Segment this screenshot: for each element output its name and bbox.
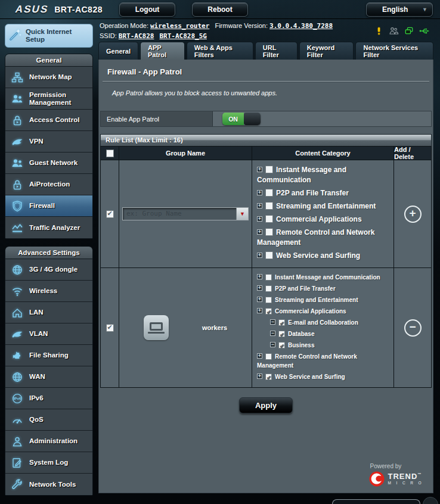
category-checkbox[interactable] xyxy=(265,274,272,281)
expand-icon[interactable] xyxy=(257,253,262,258)
tab-general[interactable]: General xyxy=(98,42,138,60)
row-checkbox[interactable] xyxy=(106,324,114,332)
category-checkbox[interactable] xyxy=(265,374,272,380)
category-checkbox[interactable] xyxy=(265,228,273,236)
ssid-link-24g[interactable]: BRT-AC828 xyxy=(119,32,154,40)
main-area: Operation Mode: wireless_router Firmware… xyxy=(93,19,440,503)
sidebar-item-network-tools[interactable]: Network Tools xyxy=(5,474,92,495)
category-checkbox[interactable] xyxy=(265,285,272,292)
ipv6-icon: IPv6 xyxy=(9,393,25,405)
sidebar-item-network-map[interactable]: Network Map xyxy=(5,67,92,88)
expand-icon[interactable] xyxy=(257,274,262,279)
tab-web-apps-filters[interactable]: Web & Apps Filters xyxy=(187,42,253,60)
category-item: Remote Control and Network Management xyxy=(257,352,390,370)
wrench-icon xyxy=(9,478,25,490)
expand-icon[interactable] xyxy=(257,374,262,379)
firewall-shield-icon xyxy=(9,200,25,212)
category-checkbox[interactable] xyxy=(265,189,273,197)
apply-button[interactable]: Apply xyxy=(239,397,293,413)
sidebar-item-guest-network[interactable]: Guest Network xyxy=(5,153,92,174)
category-checkbox[interactable] xyxy=(265,202,273,210)
reboot-button[interactable]: Reboot xyxy=(192,2,248,17)
svg-text:IPv6: IPv6 xyxy=(13,396,21,400)
operation-mode-label: Operation Mode: xyxy=(100,22,148,29)
sidebar-item-access-control[interactable]: Access Control xyxy=(5,110,92,131)
table-row-workers-group: workers xyxy=(119,268,252,387)
sidebar-item-aiprotection[interactable]: AiProtection xyxy=(5,174,92,195)
expand-icon[interactable] xyxy=(257,353,262,359)
firmware-version-link[interactable]: 3.0.0.4.380_7288 xyxy=(269,22,333,30)
operation-mode-link[interactable]: wireless_router xyxy=(150,22,209,30)
sidebar-item-wireless[interactable]: Wireless xyxy=(5,281,92,302)
devices-icon[interactable] xyxy=(404,26,414,36)
category-checkbox[interactable] xyxy=(278,319,285,326)
logout-button[interactable]: Logout xyxy=(119,2,175,17)
category-checkbox[interactable] xyxy=(265,251,273,259)
sidebar-item-vlan[interactable]: VLAN xyxy=(5,323,92,345)
dropdown-arrow-icon[interactable] xyxy=(236,208,248,220)
sidebar-item-wan[interactable]: WAN xyxy=(5,366,92,388)
tab-keyword-filter[interactable]: Keyword Filter xyxy=(299,42,354,60)
category-checkbox[interactable] xyxy=(265,353,272,360)
asus-logo: ASUS xyxy=(14,4,50,15)
collapse-icon[interactable] xyxy=(270,319,275,325)
expand-icon[interactable] xyxy=(257,190,262,195)
column-header-group-name: Group Name xyxy=(119,147,252,160)
sidebar-item-system-log[interactable]: System Log xyxy=(5,452,92,474)
tab-network-services-filter[interactable]: Network Services Filter xyxy=(355,42,433,60)
filter-tabs: General APP Patrol Web & Apps Filters UR… xyxy=(98,42,433,60)
delete-rule-button[interactable] xyxy=(404,319,422,337)
category-checkbox[interactable] xyxy=(265,166,273,173)
category-subitem: Database xyxy=(270,329,390,338)
tab-app-patrol[interactable]: APP Patrol xyxy=(140,42,185,60)
expand-icon[interactable] xyxy=(257,167,262,172)
sidebar-item-3g4g-dongle[interactable]: 3G / 4G dongle xyxy=(5,259,92,281)
table-row-workers-categories: Instant Message and Communication P2P an… xyxy=(252,268,393,387)
add-rule-button[interactable] xyxy=(404,206,422,223)
table-row-new-select xyxy=(101,160,119,267)
language-dropdown[interactable]: English ▼ xyxy=(366,2,433,17)
usb-icon[interactable] xyxy=(419,26,430,36)
category-checkbox[interactable] xyxy=(265,297,272,303)
aiprotection-icon xyxy=(9,179,25,191)
ssid-line: SSID: BRT-AC828 BRT-AC828_5G xyxy=(100,31,333,41)
log-document-icon xyxy=(9,457,25,469)
sidebar-item-firewall[interactable]: Firewall xyxy=(5,195,92,217)
collapse-icon[interactable] xyxy=(270,342,275,347)
category-checkbox[interactable] xyxy=(278,342,285,349)
quick-internet-setup-label: Quick Internet Setup xyxy=(26,28,89,43)
clients-icon[interactable] xyxy=(389,26,399,36)
group-name-input[interactable]: ex: Group Name xyxy=(122,207,249,220)
laptop-icon xyxy=(144,315,169,340)
expand-icon[interactable] xyxy=(257,203,262,209)
sidebar-item-vpn[interactable]: VPN xyxy=(5,131,92,153)
expand-icon[interactable] xyxy=(257,216,262,222)
sidebar-item-permission-management[interactable]: Permission Management xyxy=(5,88,92,110)
category-checkbox[interactable] xyxy=(265,215,273,223)
sidebar-item-lan[interactable]: LAN xyxy=(5,302,92,323)
sidebar-item-traffic-analyzer[interactable]: Traffic Analyzer xyxy=(5,217,92,238)
sidebar-item-qos[interactable]: QoS xyxy=(5,409,92,431)
sidebar-item-file-sharing[interactable]: File Sharing xyxy=(5,345,92,366)
select-all-checkbox[interactable] xyxy=(106,150,114,157)
quick-internet-setup-button[interactable]: Quick Internet Setup xyxy=(5,24,93,48)
category-item: P2P and File Transfer xyxy=(257,188,390,198)
tab-url-filter[interactable]: URL Filter xyxy=(255,42,298,60)
powered-by-label: Powered by xyxy=(370,463,424,469)
expand-icon[interactable] xyxy=(257,297,262,302)
trend-label: TREND xyxy=(388,472,418,481)
row-checkbox[interactable] xyxy=(106,210,114,218)
category-checkbox[interactable] xyxy=(265,308,272,315)
enable-app-patrol-toggle[interactable]: ON xyxy=(222,113,261,125)
collapse-icon[interactable] xyxy=(270,331,275,336)
chevron-down-icon: ▼ xyxy=(422,7,427,13)
category-checkbox[interactable] xyxy=(278,331,285,337)
ssid-link-5g[interactable]: BRT-AC828_5G xyxy=(159,32,206,40)
expand-icon[interactable] xyxy=(257,285,262,291)
expand-icon[interactable] xyxy=(257,229,262,235)
sidebar-item-administration[interactable]: Administration xyxy=(5,431,92,452)
expand-icon[interactable] xyxy=(257,308,262,313)
alert-icon[interactable] xyxy=(374,26,383,36)
sidebar-item-ipv6[interactable]: IPv6 IPv6 xyxy=(5,388,92,409)
guest-network-icon xyxy=(9,157,25,169)
